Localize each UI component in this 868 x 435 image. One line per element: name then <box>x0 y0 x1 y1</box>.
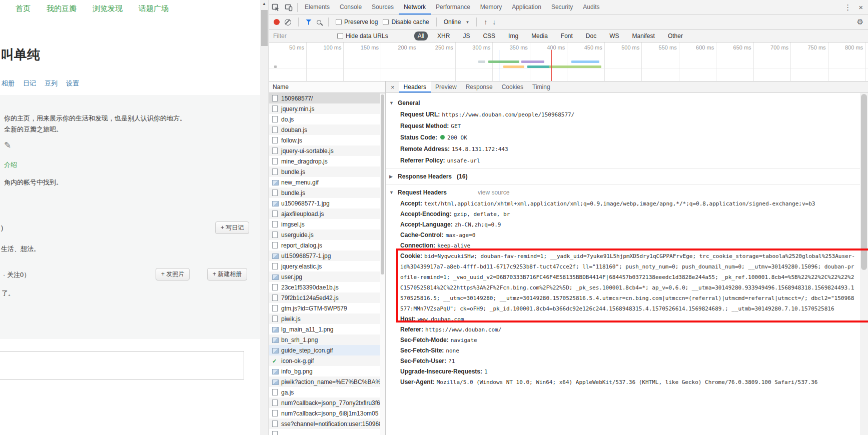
resource-type-filter[interactable]: Img <box>505 32 522 40</box>
network-request-row[interactable]: jquery-ui-sortable.js <box>269 146 385 156</box>
network-request-row[interactable]: num?callback=jsonp_77ony2txflru3f6 <box>269 398 385 408</box>
device-toolbar-icon[interactable] <box>282 0 295 14</box>
devtools-tab[interactable]: Elements <box>300 0 335 14</box>
disable-cache-checkbox[interactable] <box>383 19 389 25</box>
network-request-row[interactable]: bundle.js <box>269 166 385 177</box>
network-settings-gear-icon[interactable]: ⚙ <box>857 18 863 26</box>
network-request-row[interactable]: 150968577/ <box>269 93 385 104</box>
network-request-row[interactable]: u150968577-1.jpg <box>269 198 385 208</box>
resource-type-filter[interactable]: WS <box>606 32 622 40</box>
details-scrollbar-thumb[interactable] <box>861 94 867 270</box>
view-source-link[interactable]: view source <box>478 186 509 198</box>
resource-type-filter[interactable]: Doc <box>582 32 600 40</box>
network-request-row[interactable]: ul150968577-1.jpg <box>269 250 385 261</box>
network-request-row[interactable]: mine_dragdrop.js <box>269 156 385 166</box>
devtools-tab[interactable]: Sources <box>367 0 399 14</box>
profile-link[interactable]: 豆列 <box>45 79 58 88</box>
douban-nav-link[interactable]: 浏览发现 <box>93 4 123 14</box>
network-request-row[interactable]: bn_srh_1.png <box>269 334 385 345</box>
network-request-row[interactable]: ajaxfileupload.js <box>269 208 385 219</box>
devtools-tab[interactable]: Security <box>546 0 578 14</box>
hide-data-urls-checkbox[interactable] <box>337 33 343 39</box>
scrollbar-up-arrow-icon[interactable]: ▲ <box>262 2 266 6</box>
network-request-row[interactable]: userguide.js <box>269 230 385 240</box>
network-request-row[interactable]: icon-ok-g.gif <box>269 356 385 366</box>
details-tab[interactable]: Response <box>461 82 497 92</box>
new-album-button[interactable]: + 新建相册 <box>207 268 247 280</box>
network-request-row[interactable]: piwik.js <box>269 314 385 324</box>
search-icon[interactable] <box>317 20 321 24</box>
throttling-dropdown[interactable]: Online ▼ <box>444 18 470 26</box>
import-har-icon[interactable]: ↑ <box>484 18 487 26</box>
network-request-row[interactable]: jquery.elastic.js <box>269 261 385 272</box>
scrollbar-thumb[interactable] <box>261 10 268 46</box>
filter-input[interactable] <box>273 32 332 40</box>
disable-cache-control[interactable]: Disable cache <box>383 18 429 26</box>
resource-type-filter[interactable]: Manifest <box>629 32 658 40</box>
resource-type-filter[interactable]: CSS <box>479 32 499 40</box>
network-request-row[interactable] <box>269 429 385 435</box>
network-request-row[interactable]: new_menu.gif <box>269 177 385 188</box>
douban-nav-link[interactable]: 话题广场 <box>139 4 169 14</box>
network-request-row[interactable]: report_dialog.js <box>269 240 385 250</box>
network-request-row[interactable]: jquery.min.js <box>269 104 385 114</box>
preserve-log-control[interactable]: Preserve log <box>336 18 378 26</box>
network-request-row[interactable]: info_bg.png <box>269 366 385 376</box>
record-network-log-button[interactable] <box>274 19 280 25</box>
network-request-row[interactable]: 23ce1f53390dae1b.js <box>269 282 385 292</box>
network-request-row[interactable]: imgsel.js <box>269 219 385 230</box>
network-request-row[interactable]: lg_main_a11_1.png <box>269 324 385 334</box>
douban-nav-link[interactable]: 首页 <box>16 4 31 14</box>
network-request-row[interactable]: piwik?action_name=%E7%BC%BA%E <box>269 376 385 387</box>
resource-type-filter[interactable]: Media <box>528 32 551 40</box>
close-devtools-icon[interactable]: × <box>858 3 863 12</box>
details-scrollbar[interactable] <box>860 93 868 435</box>
devtools-tab[interactable]: Network <box>399 0 431 14</box>
devtools-tab[interactable]: Memory <box>475 0 507 14</box>
general-section-header[interactable]: ▼ General <box>389 97 855 109</box>
filter-funnel-icon[interactable] <box>306 20 312 25</box>
profile-link[interactable]: 日记 <box>23 79 36 88</box>
network-request-row[interactable]: sse?channel=notification:user:150968 <box>269 418 385 429</box>
resource-type-filter[interactable]: JS <box>459 32 473 40</box>
douban-nav-link[interactable]: 我的豆瓣 <box>47 4 77 14</box>
clear-network-log-icon[interactable] <box>285 19 291 26</box>
network-request-row[interactable]: gtm.js?id=GTM-5WP579 <box>269 303 385 314</box>
network-request-row[interactable]: user.jpg <box>269 272 385 282</box>
response-headers-section-header[interactable]: ▶ Response Headers (16) <box>389 170 855 182</box>
devtools-tab[interactable]: Application <box>507 0 546 14</box>
details-tab[interactable]: Timing <box>528 82 555 92</box>
inspect-element-icon[interactable] <box>269 0 282 14</box>
more-options-icon[interactable]: ⋮ <box>844 3 851 12</box>
resource-type-filter[interactable]: Other <box>664 32 686 40</box>
network-request-row[interactable]: 79f2b1c124a5ed42.js <box>269 292 385 303</box>
preserve-log-checkbox[interactable] <box>336 19 342 25</box>
network-request-row[interactable]: ga.js <box>269 387 385 398</box>
name-column-header[interactable]: Name <box>269 82 385 93</box>
network-overview[interactable]: 50 ms100 ms150 ms200 ms250 ms300 ms350 m… <box>269 42 868 82</box>
request-headers-section-header[interactable]: ▼ Request Headers view source <box>389 186 855 198</box>
request-list-scrollbar[interactable] <box>380 94 385 435</box>
request-list-scrollbar-thumb[interactable] <box>381 94 384 274</box>
network-request-row[interactable]: bundle.js <box>269 188 385 198</box>
hide-data-urls-control[interactable]: Hide data URLs <box>337 32 388 40</box>
details-tab[interactable]: Cookies <box>497 82 528 92</box>
resource-type-filter[interactable]: All <box>414 32 428 40</box>
network-request-row[interactable]: follow.js <box>269 135 385 146</box>
network-request-row[interactable]: douban.js <box>269 124 385 135</box>
status-input[interactable] <box>0 351 244 380</box>
network-request-row[interactable]: do.js <box>269 114 385 124</box>
resource-type-filter[interactable]: Font <box>557 32 576 40</box>
resource-type-filter[interactable]: XHR <box>434 32 453 40</box>
network-request-row[interactable]: guide_step_icon.gif <box>269 345 385 356</box>
details-tab[interactable]: Headers <box>399 82 431 92</box>
close-details-icon[interactable]: × <box>386 84 399 91</box>
devtools-tab[interactable]: Console <box>335 0 367 14</box>
details-tab[interactable]: Preview <box>431 82 461 92</box>
page-scrollbar[interactable]: ▲ <box>260 0 269 435</box>
post-photo-button[interactable]: + 发照片 <box>156 268 190 280</box>
intro-link[interactable]: 介绍 <box>4 160 17 170</box>
network-request-row[interactable]: num?callback=jsonp_6i8j1m13om05 <box>269 408 385 418</box>
export-har-icon[interactable]: ↓ <box>492 18 496 26</box>
write-diary-button[interactable]: + 写日记 <box>215 222 249 234</box>
